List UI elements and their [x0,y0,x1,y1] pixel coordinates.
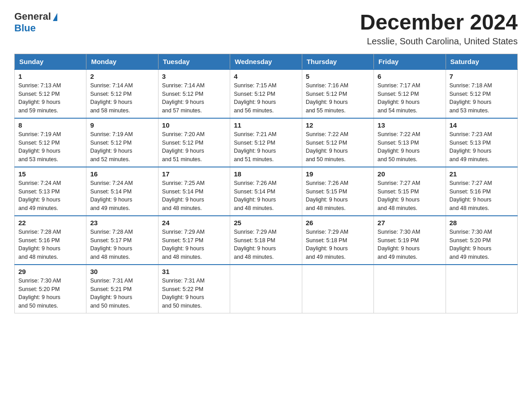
calendar-day-cell [374,265,446,313]
day-number: 21 [450,170,514,178]
day-number: 4 [234,73,298,80]
day-number: 25 [234,219,298,227]
calendar-day-cell: 21Sunrise: 7:27 AMSunset: 5:16 PMDayligh… [446,167,517,216]
calendar-day-cell: 14Sunrise: 7:23 AMSunset: 5:13 PMDayligh… [446,118,517,167]
calendar-day-cell: 24Sunrise: 7:29 AMSunset: 5:17 PMDayligh… [158,216,230,265]
calendar-day-cell: 6Sunrise: 7:17 AMSunset: 5:12 PMDaylight… [374,69,446,118]
day-number: 8 [18,121,82,129]
day-number: 27 [378,219,442,227]
day-number: 23 [90,219,154,227]
calendar-day-cell [302,265,373,313]
day-info: Sunrise: 7:14 AMSunset: 5:12 PMDaylight:… [90,81,154,115]
day-number: 19 [306,170,370,178]
day-number: 5 [306,73,370,80]
day-info: Sunrise: 7:14 AMSunset: 5:12 PMDaylight:… [162,81,226,115]
calendar-day-cell: 23Sunrise: 7:28 AMSunset: 5:17 PMDayligh… [86,216,158,265]
day-info: Sunrise: 7:29 AMSunset: 5:17 PMDaylight:… [162,228,226,261]
calendar-day-cell: 9Sunrise: 7:19 AMSunset: 5:12 PMDaylight… [86,118,158,167]
calendar-day-cell: 29Sunrise: 7:30 AMSunset: 5:20 PMDayligh… [15,265,86,313]
day-info: Sunrise: 7:17 AMSunset: 5:12 PMDaylight:… [378,81,442,115]
day-info: Sunrise: 7:31 AMSunset: 5:21 PMDaylight:… [90,277,154,310]
day-info: Sunrise: 7:20 AMSunset: 5:12 PMDaylight:… [162,130,226,164]
day-number: 20 [378,170,442,178]
day-number: 22 [18,219,82,227]
day-info: Sunrise: 7:24 AMSunset: 5:13 PMDaylight:… [18,179,82,213]
day-info: Sunrise: 7:28 AMSunset: 5:16 PMDaylight:… [18,228,82,261]
calendar-day-cell: 5Sunrise: 7:16 AMSunset: 5:12 PMDaylight… [302,69,373,118]
logo-triangle-icon [53,13,57,21]
title-area: December 2024 Lesslie, South Carolina, U… [360,11,518,47]
weekday-header-monday: Monday [86,54,158,69]
day-info: Sunrise: 7:21 AMSunset: 5:12 PMDaylight:… [234,130,298,164]
calendar-day-cell: 17Sunrise: 7:25 AMSunset: 5:14 PMDayligh… [158,167,230,216]
calendar-day-cell: 30Sunrise: 7:31 AMSunset: 5:21 PMDayligh… [86,265,158,313]
calendar-day-cell: 2Sunrise: 7:14 AMSunset: 5:12 PMDaylight… [86,69,158,118]
calendar-day-cell: 27Sunrise: 7:30 AMSunset: 5:19 PMDayligh… [374,216,446,265]
day-number: 28 [450,219,514,227]
weekday-header-thursday: Thursday [302,54,373,69]
calendar-day-cell: 11Sunrise: 7:21 AMSunset: 5:12 PMDayligh… [230,118,302,167]
calendar-week-row: 1Sunrise: 7:13 AMSunset: 5:12 PMDaylight… [15,69,518,118]
day-number: 12 [306,121,370,129]
day-number: 17 [162,170,226,178]
day-number: 15 [18,170,82,178]
day-info: Sunrise: 7:27 AMSunset: 5:15 PMDaylight:… [378,179,442,213]
day-info: Sunrise: 7:15 AMSunset: 5:12 PMDaylight:… [234,81,298,115]
day-info: Sunrise: 7:19 AMSunset: 5:12 PMDaylight:… [18,130,82,164]
calendar-day-cell: 28Sunrise: 7:30 AMSunset: 5:20 PMDayligh… [446,216,517,265]
calendar-table: SundayMondayTuesdayWednesdayThursdayFrid… [14,54,518,313]
calendar-day-cell: 13Sunrise: 7:22 AMSunset: 5:13 PMDayligh… [374,118,446,167]
day-info: Sunrise: 7:18 AMSunset: 5:12 PMDaylight:… [450,81,514,115]
day-number: 3 [162,73,226,80]
calendar-day-cell: 26Sunrise: 7:29 AMSunset: 5:18 PMDayligh… [302,216,373,265]
calendar-day-cell: 8Sunrise: 7:19 AMSunset: 5:12 PMDaylight… [15,118,86,167]
calendar-day-cell: 1Sunrise: 7:13 AMSunset: 5:12 PMDaylight… [15,69,86,118]
logo-blue-text: Blue [14,22,36,34]
day-number: 24 [162,219,226,227]
day-number: 30 [90,268,154,275]
day-number: 10 [162,121,226,129]
calendar-day-cell: 4Sunrise: 7:15 AMSunset: 5:12 PMDaylight… [230,69,302,118]
day-number: 14 [450,121,514,129]
calendar-day-cell: 31Sunrise: 7:31 AMSunset: 5:22 PMDayligh… [158,265,230,313]
calendar-week-row: 22Sunrise: 7:28 AMSunset: 5:16 PMDayligh… [15,216,518,265]
day-info: Sunrise: 7:31 AMSunset: 5:22 PMDaylight:… [162,277,226,310]
weekday-header-row: SundayMondayTuesdayWednesdayThursdayFrid… [15,54,518,69]
day-number: 31 [162,268,226,275]
calendar-week-row: 29Sunrise: 7:30 AMSunset: 5:20 PMDayligh… [15,265,518,313]
day-number: 13 [378,121,442,129]
day-info: Sunrise: 7:29 AMSunset: 5:18 PMDaylight:… [306,228,370,261]
day-info: Sunrise: 7:16 AMSunset: 5:12 PMDaylight:… [306,81,370,115]
logo-general-text: General [14,11,51,22]
calendar-day-cell: 3Sunrise: 7:14 AMSunset: 5:12 PMDaylight… [158,69,230,118]
calendar-day-cell [446,265,517,313]
calendar-week-row: 15Sunrise: 7:24 AMSunset: 5:13 PMDayligh… [15,167,518,216]
day-info: Sunrise: 7:22 AMSunset: 5:12 PMDaylight:… [306,130,370,164]
calendar-week-row: 8Sunrise: 7:19 AMSunset: 5:12 PMDaylight… [15,118,518,167]
calendar-day-cell: 12Sunrise: 7:22 AMSunset: 5:12 PMDayligh… [302,118,373,167]
day-info: Sunrise: 7:25 AMSunset: 5:14 PMDaylight:… [162,179,226,213]
day-number: 9 [90,121,154,129]
day-info: Sunrise: 7:30 AMSunset: 5:20 PMDaylight:… [450,228,514,261]
day-number: 16 [90,170,154,178]
day-info: Sunrise: 7:29 AMSunset: 5:18 PMDaylight:… [234,228,298,261]
day-number: 18 [234,170,298,178]
calendar-day-cell: 18Sunrise: 7:26 AMSunset: 5:14 PMDayligh… [230,167,302,216]
calendar-subtitle: Lesslie, South Carolina, United States [360,36,518,47]
calendar-day-cell: 25Sunrise: 7:29 AMSunset: 5:18 PMDayligh… [230,216,302,265]
logo: General Blue [14,11,57,34]
calendar-day-cell [230,265,302,313]
calendar-day-cell: 20Sunrise: 7:27 AMSunset: 5:15 PMDayligh… [374,167,446,216]
day-number: 2 [90,73,154,80]
day-info: Sunrise: 7:26 AMSunset: 5:15 PMDaylight:… [306,179,370,213]
day-number: 26 [306,219,370,227]
day-info: Sunrise: 7:26 AMSunset: 5:14 PMDaylight:… [234,179,298,213]
weekday-header-tuesday: Tuesday [158,54,230,69]
calendar-day-cell: 15Sunrise: 7:24 AMSunset: 5:13 PMDayligh… [15,167,86,216]
day-number: 11 [234,121,298,129]
calendar-day-cell: 7Sunrise: 7:18 AMSunset: 5:12 PMDaylight… [446,69,517,118]
day-info: Sunrise: 7:30 AMSunset: 5:19 PMDaylight:… [378,228,442,261]
day-number: 6 [378,73,442,80]
calendar-day-cell: 16Sunrise: 7:24 AMSunset: 5:14 PMDayligh… [86,167,158,216]
day-number: 1 [18,73,82,80]
